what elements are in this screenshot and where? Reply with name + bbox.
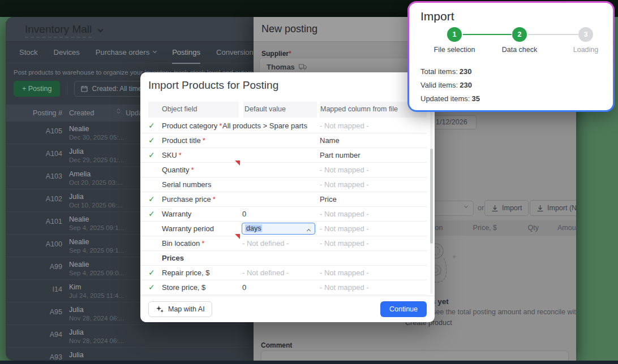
posting-number: A102: [6, 195, 62, 203]
check-icon: ✓: [148, 194, 155, 203]
created-by: Amelia: [69, 170, 91, 178]
mapped-column[interactable]: - Not mapped -: [320, 166, 369, 174]
selected-option: days: [245, 224, 262, 232]
col-price: Price, $: [440, 224, 497, 232]
required-asterisk: *: [219, 122, 222, 130]
created-by: Nealie: [69, 215, 89, 223]
required-asterisk: *: [201, 239, 204, 248]
default-value[interactable]: - Not defined -: [242, 268, 289, 277]
col-default-value: Default value: [244, 105, 286, 113]
tab-label: Postings: [172, 42, 200, 63]
default-value[interactable]: 0: [242, 283, 246, 292]
required-asterisk: *: [179, 151, 182, 159]
mapping-row[interactable]: Warranty period days - Not mapped -: [140, 222, 427, 236]
mapping-row[interactable]: ✓ Purchase price* Price: [140, 192, 427, 207]
import-button[interactable]: Import: [484, 200, 529, 216]
mapping-row[interactable]: ✓ Product title* Name: [140, 133, 427, 148]
tab-stock[interactable]: Stock: [19, 42, 38, 63]
chevron-up-icon: [307, 229, 311, 233]
created-by: Julia: [69, 328, 84, 336]
continue-button[interactable]: Continue: [380, 301, 427, 317]
col-object-field: Object field: [162, 105, 198, 113]
step-connector-todo: [528, 34, 578, 35]
mapped-column[interactable]: - Not mapped -: [320, 210, 369, 218]
created-by: Julia: [69, 193, 84, 201]
total-items-stat: Total items:230: [420, 67, 471, 76]
created-date: Jul 24, 2025 11:4...: [69, 292, 124, 299]
default-value[interactable]: All products > Spare parts: [222, 122, 307, 130]
sort-icon[interactable]: [117, 109, 121, 114]
check-icon: ✓: [148, 136, 155, 145]
import-products-modal: Import Products for Posting Object field…: [140, 72, 435, 322]
col-mapped-column: Mapped column from file: [320, 105, 398, 113]
chevron-down-icon: [98, 27, 104, 32]
created-date: Oct 10, 2025 06:...: [69, 202, 123, 209]
mapping-row[interactable]: ✓ Repair price, $ - Not defined - - Not …: [140, 266, 427, 280]
toolbar: + Posting Created: All time: [14, 81, 156, 97]
tab-label: Purchase orders: [96, 42, 149, 63]
download-icon: [537, 205, 544, 212]
mapped-column[interactable]: - Not mapped -: [320, 239, 369, 248]
mapping-row[interactable]: ✓ Store price, $ 0 - Not mapped -: [140, 280, 427, 295]
add-posting-button[interactable]: + Posting: [14, 81, 60, 97]
workspace-switcher[interactable]: Inventory Mall: [25, 23, 102, 38]
step-connector-done: [463, 34, 512, 35]
step-3-label: Loading: [552, 46, 613, 54]
created-date: Sep 4, 2025 09:1...: [69, 224, 124, 231]
posting-number: A100: [6, 240, 62, 248]
mapping-row[interactable]: Bin location* - Not defined - - Not mapp…: [140, 236, 427, 251]
created-by: Nealie: [69, 261, 89, 268]
tab-conversions[interactable]: Conversions: [216, 42, 257, 63]
posting-number: I14: [6, 285, 62, 293]
download-icon: [491, 205, 499, 212]
mapping-rows: ✓ Product category* All products > Spare…: [140, 119, 427, 295]
mapped-column[interactable]: Part number: [320, 151, 360, 159]
created-by: Julia: [69, 148, 84, 155]
tab-purchase-orders[interactable]: Purchase orders: [96, 42, 156, 63]
created-date: Sep 4, 2025 09:0...: [69, 270, 124, 276]
warranty-period-select[interactable]: days: [242, 223, 315, 235]
comment-label: Comment: [261, 341, 292, 349]
mapped-column[interactable]: Price: [320, 195, 337, 203]
mapping-row[interactable]: ✓ SKU* Part number: [140, 148, 427, 163]
mapped-column[interactable]: - Not mapped -: [320, 122, 369, 130]
mapped-column[interactable]: - Not mapped -: [320, 268, 369, 277]
import-alt-button[interactable]: Import (N: [530, 200, 576, 216]
screen: Inventory Mall Stock Devices Purchase or…: [0, 0, 618, 364]
col-qty: Qty: [510, 224, 539, 232]
step-2-label: Data check: [486, 46, 553, 54]
map-with-ai-button[interactable]: Map with AI: [148, 301, 212, 317]
default-value[interactable]: 0: [242, 210, 246, 218]
mapped-column[interactable]: - Not mapped -: [320, 224, 369, 233]
tab-postings[interactable]: Postings: [172, 42, 200, 63]
chevron-down-icon: [464, 204, 468, 208]
mapping-row[interactable]: ✓ Warranty 0 - Not mapped -: [140, 207, 427, 222]
tab-label: Conversions: [216, 42, 257, 63]
col-created[interactable]: Created: [69, 109, 94, 117]
tab-devices[interactable]: Devices: [54, 42, 80, 63]
modal-title: Import Products for Posting: [148, 79, 278, 92]
object-field: Purchase price*: [162, 195, 216, 203]
mapped-column[interactable]: - Not mapped -: [320, 283, 369, 292]
created-by: Julia: [69, 351, 84, 359]
mapped-column[interactable]: Name: [320, 136, 340, 145]
default-value[interactable]: - Not defined -: [242, 239, 289, 248]
check-icon: ✓: [148, 209, 155, 218]
posting-date-input[interactable]: 1/12/2026: [431, 115, 477, 129]
mapped-column[interactable]: - Not mapped -: [320, 180, 369, 189]
object-field: Product title*: [162, 136, 205, 145]
sparkle-icon: ✦: [452, 253, 457, 261]
valid-items-stat: Valid items:230: [420, 81, 472, 89]
comment-textarea[interactable]: [261, 350, 569, 361]
mapping-row[interactable]: Quantity* - Not mapped -: [140, 163, 427, 177]
filter-label: Created: All time: [92, 85, 141, 93]
posting-number: A93: [6, 353, 62, 361]
posting-number: A105: [6, 127, 62, 135]
mapping-row[interactable]: Serial numbers - Not mapped -: [140, 177, 427, 192]
scrollbar-thumb[interactable]: [430, 149, 433, 244]
created-date: Dec 30, 2025 05:...: [69, 134, 124, 141]
section-row: Prices: [140, 251, 427, 266]
object-field: Warranty period: [162, 224, 214, 233]
mapping-row[interactable]: ✓ Product category* All products > Spare…: [140, 119, 427, 133]
or-label: or: [478, 204, 484, 212]
